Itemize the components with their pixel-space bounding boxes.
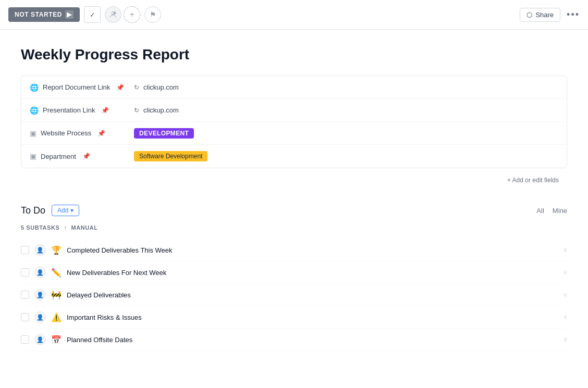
avatar-icon-5: 👤: [36, 336, 44, 343]
dropdown-icon-2: ▣: [30, 152, 36, 160]
field-row-website-process: ▣ Website Process 📌 DEVELOPMENT: [21, 122, 567, 145]
subtasks-list: 👤 🏆 Completed Deliverables This Week ≡ 👤…: [21, 239, 567, 351]
toolbar: NOT STARTED ▶ ✓ + + ⚑ ⬡ Share •••: [0, 0, 588, 30]
subtask-emoji-1: 🏆: [51, 245, 62, 255]
field-name: Report Document Link: [43, 83, 110, 91]
flag-icon: ⚑: [150, 10, 156, 19]
subtask-row-5: 👤 📅 Planned Offsite Dates ≡: [21, 329, 567, 351]
field-value-report-link[interactable]: ↻ clickup.com: [134, 83, 179, 91]
status-button[interactable]: NOT STARTED ▶: [8, 7, 80, 22]
drag-handle-5[interactable]: ≡: [564, 336, 567, 343]
subtask-emoji-4: ⚠️: [51, 312, 62, 322]
pin-icon-3: 📌: [97, 130, 105, 137]
drag-handle-2[interactable]: ≡: [564, 269, 567, 276]
avatar-icon-2: 👤: [36, 269, 44, 276]
subtask-row-2: 👤 ✏️ New Deliverables For Next Week ≡: [21, 261, 567, 284]
sort-label: Manual: [71, 224, 97, 231]
add-assignee-button[interactable]: +: [124, 6, 140, 23]
subtask-checkbox-3[interactable]: [21, 291, 29, 299]
subtask-row-4: 👤 ⚠️ Important Risks & Issues ≡: [21, 306, 567, 329]
filter-all[interactable]: All: [536, 207, 544, 215]
subtasks-header: 5 SUBTASKS ↑ Manual: [21, 224, 567, 231]
flag-button[interactable]: ⚑: [144, 6, 161, 23]
link-icon: ↻: [134, 84, 139, 91]
link-icon-2: ↻: [134, 107, 139, 114]
subtask-avatar-4: 👤: [34, 311, 46, 323]
add-todo-button[interactable]: Add ▾: [52, 205, 79, 216]
add-label: Add: [57, 207, 68, 214]
subtask-name-1[interactable]: Completed Deliverables This Week: [67, 246, 558, 254]
more-options-button[interactable]: •••: [567, 9, 580, 20]
drag-handle-3[interactable]: ≡: [564, 291, 567, 298]
development-badge: DEVELOPMENT: [134, 128, 194, 139]
todo-filters: All Mine: [536, 207, 567, 215]
subtask-name-5[interactable]: Planned Offsite Dates: [67, 336, 558, 344]
field-value-presentation-link[interactable]: ↻ clickup.com: [134, 106, 179, 114]
complete-button[interactable]: ✓: [84, 6, 101, 23]
drag-handle-4[interactable]: ≡: [564, 314, 567, 321]
fields-table: 🌐 Report Document Link 📌 ↻ clickup.com 🌐…: [21, 76, 567, 168]
add-fields-link[interactable]: + Add or edit fields: [21, 172, 567, 188]
subtask-emoji-3: 🚧: [51, 290, 62, 300]
field-value-department[interactable]: Software Development: [134, 151, 207, 161]
field-label-department: ▣ Department 📌: [30, 152, 134, 160]
field-name-3: Website Process: [41, 129, 91, 137]
subtask-emoji-5: 📅: [51, 335, 62, 345]
field-name-2: Presentation Link: [43, 106, 95, 114]
field-row-presentation-link: 🌐 Presentation Link 📌 ↻ clickup.com: [21, 99, 567, 122]
avatar-icon-4: 👤: [36, 314, 44, 321]
field-label-report-link: 🌐 Report Document Link 📌: [30, 83, 134, 92]
subtask-avatar-1: 👤: [34, 244, 46, 256]
avatar: +: [105, 6, 121, 23]
link-text: clickup.com: [143, 83, 179, 91]
subtask-row-3: 👤 🚧 Delayed Deliverables ≡: [21, 284, 567, 306]
globe-icon: 🌐: [30, 83, 39, 92]
drag-handle-1[interactable]: ≡: [564, 246, 567, 254]
avatar-icon-3: 👤: [36, 292, 44, 298]
todo-header: To Do Add ▾ All Mine: [21, 205, 567, 216]
main-content: Weekly Progress Report 🌐 Report Document…: [0, 30, 588, 368]
share-icon: ⬡: [526, 11, 532, 19]
subtask-name-4[interactable]: Important Risks & Issues: [67, 314, 558, 321]
pin-icon-4: 📌: [82, 153, 90, 160]
dropdown-icon: ▣: [30, 129, 36, 137]
avatar-icon: 👤: [36, 247, 44, 254]
filter-mine[interactable]: Mine: [553, 207, 567, 215]
subtask-name-3[interactable]: Delayed Deliverables: [67, 291, 558, 299]
field-label-website-process: ▣ Website Process 📌: [30, 129, 134, 137]
subtask-checkbox-1[interactable]: [21, 246, 29, 254]
assignee-group[interactable]: + +: [105, 6, 140, 23]
status-label: NOT STARTED: [15, 11, 62, 18]
field-name-4: Department: [41, 153, 76, 160]
page-title: Weekly Progress Report: [21, 46, 567, 63]
field-row-department: ▣ Department 📌 Software Development: [21, 145, 567, 168]
subtask-name-2[interactable]: New Deliverables For Next Week: [67, 269, 558, 277]
subtasks-count: 5 SUBTASKS: [21, 224, 59, 231]
link-text-2: clickup.com: [143, 106, 179, 114]
subtask-emoji-2: ✏️: [51, 268, 62, 278]
subtask-avatar-5: 👤: [34, 334, 46, 345]
software-development-badge: Software Development: [134, 151, 207, 161]
subtask-checkbox-5[interactable]: [21, 335, 29, 344]
field-value-website-process[interactable]: DEVELOPMENT: [134, 128, 194, 139]
share-button[interactable]: ⬡ Share: [520, 8, 560, 22]
sort-icon: ↑: [64, 224, 67, 231]
check-icon: ✓: [90, 11, 95, 19]
toolbar-right: ⬡ Share •••: [520, 8, 580, 22]
subtask-checkbox-2[interactable]: [21, 268, 29, 277]
chevron-down-icon: ▾: [70, 207, 74, 214]
subtask-avatar-2: 👤: [34, 267, 46, 278]
pin-icon-2: 📌: [101, 107, 109, 114]
svg-text:+: +: [114, 11, 115, 15]
share-label: Share: [535, 11, 554, 19]
chevron-right-icon: ▶: [65, 10, 74, 19]
subtask-row: 👤 🏆 Completed Deliverables This Week ≡: [21, 239, 567, 261]
globe-icon-2: 🌐: [30, 106, 39, 115]
field-label-presentation-link: 🌐 Presentation Link 📌: [30, 106, 134, 115]
todo-section: To Do Add ▾ All Mine 5 SUBTASKS ↑ Manual…: [21, 205, 567, 351]
field-row-report-link: 🌐 Report Document Link 📌 ↻ clickup.com: [21, 76, 567, 99]
pin-icon: 📌: [116, 84, 124, 91]
subtask-avatar-3: 👤: [34, 289, 46, 301]
subtask-checkbox-4[interactable]: [21, 313, 29, 321]
todo-title: To Do: [21, 205, 45, 216]
